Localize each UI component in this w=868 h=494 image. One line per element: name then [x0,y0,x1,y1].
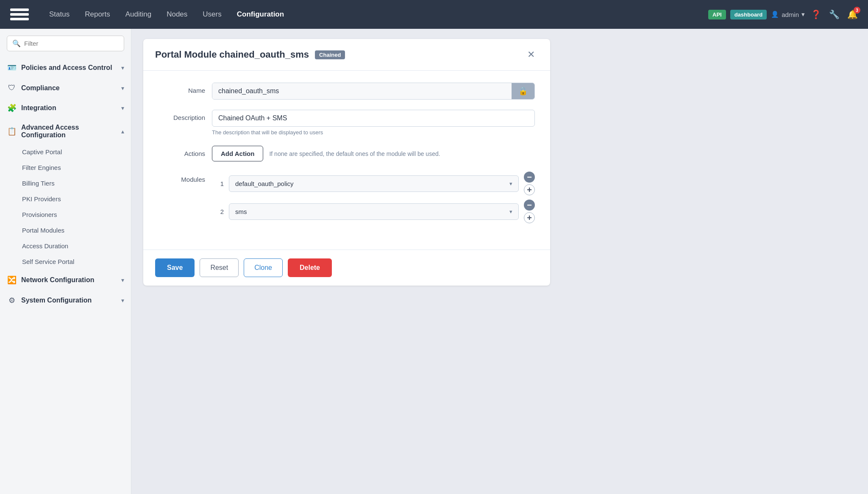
sidebar-section-system: ⚙ System Configuration ▾ [0,291,131,310]
sidebar-section-policies: 🪪 Policies and Access Control ▾ [0,58,131,78]
module-1-num: 1 [212,180,224,187]
sidebar-section-advanced-header[interactable]: 📋 Advanced Access Configuration ▴ [0,119,131,144]
module-2-actions: − + [524,200,535,223]
description-field-row: Description The description that will be… [159,110,535,136]
modules-field-row: Modules 1 default_oauth_policy ▾ − + [159,172,535,228]
svg-rect-1 [10,8,29,11]
chevron-down-icon: ▾ [509,208,512,215]
account-icon: 👤 [771,11,779,18]
add-action-button[interactable]: Add Action [212,146,263,161]
modules-label: Modules [159,172,205,183]
chevron-down-icon: ▾ [121,297,124,304]
module-1-value: default_oauth_policy [235,180,509,187]
nav-users[interactable]: Users [197,7,227,22]
filter-container[interactable]: 🔍 [7,36,124,51]
portal-module-panel: Portal Module chained_oauth_sms Chained … [143,39,550,286]
panel-header: Portal Module chained_oauth_sms Chained … [143,39,550,71]
sidebar-item-filter-engines[interactable]: Filter Engines [0,160,131,175]
nav-configuration[interactable]: Configuration [231,7,290,22]
sidebar-item-captive-portal[interactable]: Captive Portal [0,144,131,160]
nav-auditing[interactable]: Auditing [120,7,157,22]
policies-icon: 🪪 [7,63,17,72]
module-1-remove-button[interactable]: − [524,172,535,183]
module-1-add-button[interactable]: + [524,184,535,195]
module-2-add-button[interactable]: + [524,212,535,223]
description-label: Description [159,110,205,121]
close-icon[interactable]: ✕ [524,47,538,62]
name-input-container: 🔒 [212,83,535,100]
chained-badge: Chained [315,50,345,59]
sidebar-item-provisioners[interactable]: Provisioners [0,207,131,222]
svg-rect-3 [10,18,29,20]
actions-hint: If none are specified, the default ones … [269,150,440,157]
actions-label: Actions [159,146,205,157]
module-1-actions: − + [524,172,535,195]
lock-button[interactable]: 🔒 [512,83,534,99]
integration-icon: 🧩 [7,103,17,113]
reset-button[interactable]: Reset [200,258,239,277]
notifications-icon[interactable]: 🔔 3 [846,8,860,21]
help-icon[interactable]: ❓ [809,8,823,21]
panel-title: Portal Module chained_oauth_sms Chained [155,49,518,60]
system-icon: ⚙ [7,296,17,305]
module-2-remove-button[interactable]: − [524,200,535,211]
advanced-label: Advanced Access Configuration [21,124,117,139]
sidebar-item-access-duration[interactable]: Access Duration [0,238,131,254]
top-navigation: Status Reports Auditing Nodes Users Conf… [0,0,868,29]
sidebar-section-compliance: 🛡 Compliance ▾ [0,78,131,97]
sidebar-section-policies-header[interactable]: 🪪 Policies and Access Control ▾ [0,58,131,78]
nav-status[interactable]: Status [43,7,75,22]
panel-title-text: Portal Module chained_oauth_sms [155,49,309,60]
sidebar-item-billing-tiers[interactable]: Billing Tiers [0,175,131,191]
name-input[interactable] [212,83,512,99]
sidebar-item-pki-providers[interactable]: PKI Providers [0,191,131,207]
sidebar-section-integration-header[interactable]: 🧩 Integration ▾ [0,98,131,118]
sidebar-section-advanced: 📋 Advanced Access Configuration ▴ Captiv… [0,119,131,269]
save-button[interactable]: Save [155,258,195,277]
system-label: System Configuration [21,297,117,304]
filter-input[interactable] [24,40,119,47]
sidebar-section-system-header[interactable]: ⚙ System Configuration ▾ [0,291,131,310]
nav-reports[interactable]: Reports [79,7,116,22]
modules-list: 1 default_oauth_policy ▾ − + [212,172,535,228]
sidebar: 🔍 🪪 Policies and Access Control ▾ 🛡 Comp… [0,29,131,494]
module-row-1: 1 default_oauth_policy ▾ − + [212,172,535,195]
actions-wrap: Add Action If none are specified, the de… [212,146,535,161]
logo[interactable] [8,5,31,24]
search-icon: 🔍 [12,39,21,47]
chevron-down-icon: ▾ [509,180,512,187]
actions-row-inner: Add Action If none are specified, the de… [212,146,535,161]
module-1-select[interactable]: default_oauth_policy ▾ [229,175,519,192]
name-input-wrap: 🔒 [212,83,535,100]
dashboard-badge[interactable]: dashboard [730,10,767,19]
policies-label: Policies and Access Control [21,64,117,72]
delete-button[interactable]: Delete [288,258,332,277]
description-input-wrap: The description that will be displayed t… [212,110,535,136]
topnav-right: API dashboard 👤 admin ▾ ❓ 🔧 🔔 3 [708,8,860,21]
chevron-down-icon: ▾ [121,64,124,71]
api-badge[interactable]: API [708,10,726,19]
chevron-up-icon: ▴ [121,128,124,135]
advanced-items: Captive Portal Filter Engines Billing Ti… [0,144,131,269]
module-2-value: sms [235,208,509,215]
chevron-down-icon: ▾ [801,11,805,18]
description-input[interactable] [212,110,535,127]
nav-nodes[interactable]: Nodes [161,7,193,22]
module-row-2: 2 sms ▾ − + [212,200,535,223]
svg-rect-2 [10,13,29,16]
panel-footer: Save Reset Clone Delete [143,250,550,286]
compliance-label: Compliance [21,84,117,92]
sidebar-item-self-service-portal[interactable]: Self Service Portal [0,254,131,269]
module-2-select[interactable]: sms ▾ [229,203,519,220]
sidebar-section-integration: 🧩 Integration ▾ [0,98,131,118]
sidebar-section-compliance-header[interactable]: 🛡 Compliance ▾ [0,78,131,97]
sidebar-section-network-header[interactable]: 🔀 Network Configuration ▾ [0,270,131,290]
clone-button[interactable]: Clone [244,258,283,277]
integration-label: Integration [21,104,117,112]
tools-icon[interactable]: 🔧 [827,8,841,21]
admin-menu[interactable]: 👤 admin ▾ [771,11,805,18]
network-icon: 🔀 [7,275,17,285]
chevron-down-icon: ▾ [121,85,124,92]
name-field-row: Name 🔒 [159,83,535,100]
sidebar-item-portal-modules[interactable]: Portal Modules [0,222,131,238]
